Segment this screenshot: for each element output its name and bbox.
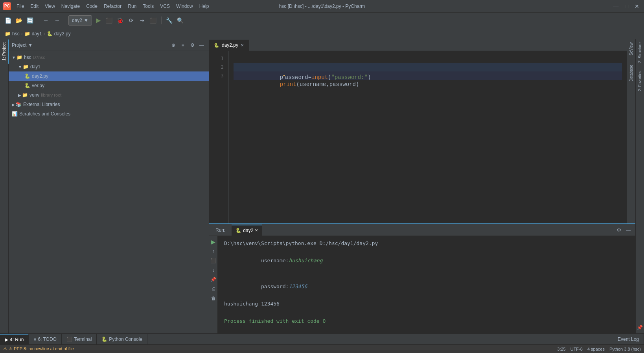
bottom-panel: Run: 🐍 day2 ✕ ⚙ — ▶ ↑ ⬛: [209, 223, 635, 333]
venv-label: venv: [29, 92, 39, 98]
sidebar-item-database[interactable]: Database: [628, 62, 635, 85]
day2py-label: day2.py: [32, 73, 48, 79]
pin-icon[interactable]: 📌: [637, 322, 643, 333]
run-settings-button[interactable]: ⚙: [615, 226, 623, 234]
hide-button[interactable]: —: [198, 41, 206, 49]
project-dropdown-icon[interactable]: ▼: [28, 42, 33, 48]
event-log-button[interactable]: Event Log: [613, 334, 644, 345]
line-numbers: 1 2 3: [209, 51, 229, 223]
sync-scroll-button[interactable]: ⊕: [169, 41, 177, 49]
step-button[interactable]: ⇥: [138, 16, 147, 25]
toolbar-separator-3: [161, 16, 162, 24]
tab-close-button[interactable]: ✕: [241, 43, 244, 48]
close-button[interactable]: ✕: [633, 3, 641, 9]
bottom-tabs: Run: 🐍 day2 ✕ ⚙ —: [209, 224, 635, 236]
menu-view[interactable]: View: [42, 3, 57, 10]
breadcrumb-sep-1: ›: [21, 31, 23, 37]
profile-button[interactable]: ⟳: [127, 16, 136, 25]
tree-item-hsc[interactable]: ▼ 📁 hsc D:\hsc: [9, 53, 209, 62]
editor-area: 🐍 day2.py ✕ 1 2 3 username=input("use: [209, 39, 627, 223]
python-version[interactable]: Python 3.8 (hsc): [609, 347, 641, 351]
collapse-bottom-button[interactable]: —: [624, 226, 632, 234]
breadcrumb-day2py[interactable]: day2.py: [54, 31, 71, 37]
tree-item-verpy[interactable]: 🐍 ver.py: [9, 81, 209, 90]
breadcrumb-file-icon: 🐍: [47, 31, 53, 37]
menu-vcs[interactable]: VCS: [158, 3, 172, 10]
scroll-up-button[interactable]: ↑: [210, 248, 217, 255]
run-again-button[interactable]: ▶: [210, 238, 217, 245]
run-button[interactable]: ▶: [94, 16, 103, 25]
sidebar-item-favorites[interactable]: 2: Favorites: [637, 68, 643, 94]
verpy-label: ver.py: [32, 83, 44, 88]
terminal-tab-label: Terminal: [74, 337, 92, 342]
menu-refactor[interactable]: Refactor: [101, 3, 124, 10]
stop-run-button[interactable]: ⬛: [210, 257, 217, 264]
menu-run[interactable]: Run: [125, 3, 139, 10]
maximize-button[interactable]: □: [624, 3, 630, 9]
menu-code[interactable]: Code: [84, 3, 100, 10]
breadcrumb-hsc[interactable]: hsc: [12, 31, 20, 37]
project-settings-button[interactable]: ⚙: [188, 41, 196, 49]
sidebar-item-project[interactable]: 1: Project: [0, 39, 9, 64]
code-content[interactable]: username=input("username:") p●assword=in…: [229, 51, 627, 223]
footer-tabs: ▶ 4: Run ≡ 6: TODO ⬛ Terminal 🐍 Python C…: [0, 333, 644, 344]
new-file-button[interactable]: 📄: [3, 16, 13, 25]
tree-item-day1[interactable]: ▼ 📁 day1: [9, 62, 209, 71]
scroll-down-button[interactable]: ↓: [210, 267, 217, 274]
menu-navigate[interactable]: Navigate: [59, 3, 82, 10]
tree-item-scratches[interactable]: 📊 Scratches and Consoles: [9, 109, 209, 119]
console-line-4: hushuichang 123456: [224, 300, 629, 308]
settings-button[interactable]: 🔧: [165, 16, 174, 25]
clear-button[interactable]: 🗑: [210, 295, 217, 302]
tree-item-day2py[interactable]: 🐍 day2.py: [9, 71, 209, 81]
menu-help[interactable]: Help: [197, 3, 212, 10]
code-editor[interactable]: 1 2 3 username=input("username:") p●assw…: [209, 51, 627, 223]
hsc-expand-arrow: ▼: [12, 55, 16, 60]
forward-button[interactable]: →: [52, 16, 62, 25]
menu-bar: File Edit View Navigate Code Refactor Ru…: [14, 3, 211, 10]
venv-suffix: library root: [41, 93, 61, 97]
run-config-dropdown[interactable]: day2 ▼: [68, 15, 92, 26]
sidebar-item-scview[interactable]: ScView: [628, 39, 635, 59]
back-button[interactable]: ←: [41, 16, 51, 25]
main-area: 1: Project Project ▼ ⊕ ≡ ⚙ — ▼ 📁 hsc D: [0, 39, 644, 333]
minimize-button[interactable]: —: [612, 3, 620, 9]
sync-button[interactable]: 🔄: [25, 16, 35, 25]
bottom-tab-day2[interactable]: 🐍 day2 ✕: [232, 225, 262, 236]
footer-tab-terminal[interactable]: ⬛ Terminal: [62, 334, 97, 345]
footer-tab-todo[interactable]: ≡ 6: TODO: [29, 334, 62, 345]
menu-tools[interactable]: Tools: [140, 3, 156, 10]
print-button[interactable]: 🖨: [210, 285, 217, 293]
footer-tab-run[interactable]: ▶ 4: Run: [0, 334, 29, 345]
console-area: ▶ ↑ ⬛ ↓ 📌 🖨 🗑 D:\hsc\venv\Scripts\python…: [209, 236, 635, 333]
breadcrumb-day1[interactable]: day1: [32, 31, 42, 37]
venv-folder-icon: 📁: [22, 92, 28, 98]
editor-tab-day2py[interactable]: 🐍 day2.py ✕: [209, 40, 249, 51]
pin-button[interactable]: 📌: [210, 276, 217, 283]
open-button[interactable]: 📂: [14, 16, 24, 25]
code-password-var: p: [280, 74, 283, 80]
bottom-tab-close[interactable]: ✕: [255, 228, 258, 232]
indent-setting[interactable]: 4 spaces: [587, 347, 605, 351]
stop-button[interactable]: ⬛: [149, 16, 158, 25]
side-tabs-right: ScView Database: [627, 39, 635, 223]
extlibs-icon: 📚: [16, 102, 22, 107]
menu-window[interactable]: Window: [174, 3, 195, 10]
sidebar-item-structure[interactable]: Z: Structure: [637, 39, 643, 66]
tree-item-extlibs[interactable]: ▶ 📚 External Libraries: [9, 100, 209, 109]
footer-tab-python-console[interactable]: 🐍 Python Console: [97, 334, 147, 345]
toolbar-separator-1: [38, 16, 38, 24]
file-tree: ▼ 📁 hsc D:\hsc ▼ 📁 day1 🐍 day2.py �: [9, 51, 209, 333]
collapse-button[interactable]: ≡: [179, 41, 187, 49]
bottom-tabs-left: Run: 🐍 day2 ✕: [212, 225, 262, 236]
file-encoding[interactable]: UTF-8: [570, 347, 583, 351]
cursor-position[interactable]: 3:25: [557, 347, 565, 351]
console-line-3: password:123456: [224, 274, 629, 300]
tree-item-venv[interactable]: ▶ 📁 venv library root: [9, 90, 209, 100]
tab-py-icon: 🐍: [214, 43, 219, 48]
menu-file[interactable]: File: [14, 3, 26, 10]
coverage-button[interactable]: ⬛: [105, 16, 114, 25]
menu-edit[interactable]: Edit: [28, 3, 41, 10]
debug-button[interactable]: 🐞: [116, 16, 125, 25]
search-everywhere-button[interactable]: 🔍: [176, 16, 185, 25]
